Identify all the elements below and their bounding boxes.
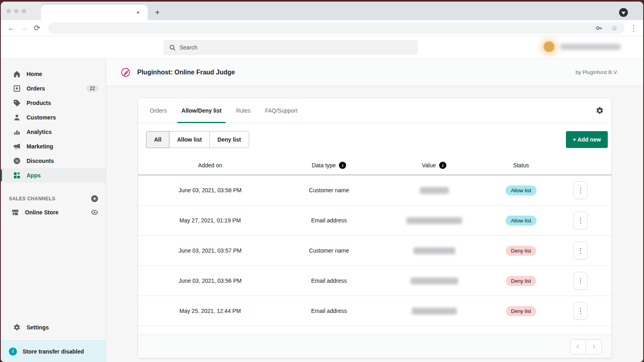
sidebar-item-label: Marketing [27, 143, 99, 150]
browser-profile-icon[interactable] [619, 8, 628, 17]
cell-added-on: May 27, 2021, 01:19 PM [146, 217, 274, 224]
cell-status: Deny list [485, 306, 558, 316]
sidebar-item-home[interactable]: Home [1, 67, 106, 81]
column-value: Valuei [384, 162, 485, 169]
cell-added-on: May 25, 2021, 12:44 PM [146, 308, 274, 314]
browser-tabstrip: × + [1, 2, 643, 20]
row-menu-button[interactable]: ⋮ [573, 212, 588, 229]
orders-icon [13, 84, 21, 93]
search-input[interactable] [180, 44, 412, 51]
sidebar-item-label: Products [27, 100, 99, 106]
row-menu-button[interactable]: ⋮ [573, 272, 588, 290]
tab-allow-deny-list[interactable]: Allow/Deny list [176, 98, 227, 123]
tag-icon [13, 99, 21, 107]
sidebar-item-customers[interactable]: Customers [1, 110, 106, 125]
filter-deny-list-button[interactable]: Deny list [209, 131, 249, 148]
column-added-on: Added on [146, 162, 274, 169]
sidebar-item-marketing[interactable]: Marketing [1, 139, 106, 154]
sidebar-item-online-store[interactable]: Online Store [1, 205, 106, 220]
chevron-left-icon [575, 343, 581, 350]
list-filter-segmented-control: All Allow list Deny list [146, 131, 249, 148]
column-status: Status [485, 162, 558, 169]
forward-icon[interactable]: → [18, 22, 31, 35]
cell-status: Deny list [485, 246, 558, 256]
cell-value-redacted [384, 217, 485, 224]
cell-status: Allow list [485, 216, 558, 226]
tabs-row: Orders Allow/Deny list Rules FAQ/Support [138, 98, 611, 123]
home-icon [13, 70, 21, 78]
url-input[interactable] [52, 25, 595, 31]
tab-rules[interactable]: Rules [231, 98, 256, 123]
tab-faq-support[interactable]: FAQ/Support [260, 98, 303, 123]
browser-menu-icon[interactable]: ⋮ [628, 24, 639, 33]
add-channel-icon[interactable] [91, 195, 99, 203]
cell-data-type: Email address [274, 308, 384, 314]
apps-icon [13, 171, 21, 179]
status-badge: Allow list [506, 216, 537, 226]
app-settings-button[interactable] [595, 106, 604, 115]
info-icon[interactable]: i [439, 162, 446, 169]
browser-tab[interactable]: × [41, 5, 148, 20]
account-menu[interactable] [543, 41, 621, 52]
sidebar-item-discounts[interactable]: Discounts [1, 154, 106, 168]
table-header: Added on Data typei Valuei Status [138, 156, 611, 175]
table-row: June 03, 2021, 03:57 PM Customer name De… [138, 236, 611, 266]
cell-value-redacted [384, 308, 485, 315]
main-content: Pluginhost: Online Fraud Judge by Plugin… [106, 59, 643, 362]
row-menu-button[interactable]: ⋮ [573, 302, 588, 320]
filter-allow-list-button[interactable]: Allow list [169, 131, 210, 148]
sidebar-item-orders[interactable]: Orders 22 [1, 81, 106, 96]
back-icon[interactable]: ← [5, 22, 18, 35]
pagination-next-button[interactable] [586, 339, 602, 354]
tab-orders[interactable]: Orders [144, 98, 172, 123]
column-data-type: Data typei [274, 162, 384, 169]
sidebar-item-label: Discounts [27, 158, 99, 164]
sidebar-item-label: Analytics [27, 129, 99, 135]
sidebar-item-analytics[interactable]: Analytics [1, 125, 106, 139]
row-menu-button[interactable]: ⋮ [573, 242, 588, 259]
browser-window: × + ← → ⟳ ☆ ⋮ [1, 2, 643, 362]
store-transfer-banner[interactable]: i Store transfer disabled [1, 340, 106, 362]
store-transfer-banner-text: Store transfer disabled [23, 348, 84, 355]
bar-chart-icon [13, 128, 21, 136]
orders-count-badge: 22 [86, 85, 99, 92]
table-row: May 27, 2021, 01:19 PM Email address All… [138, 206, 611, 236]
key-icon[interactable] [595, 25, 603, 32]
app-card: Orders Allow/Deny list Rules FAQ/Support… [138, 98, 611, 358]
sidebar-spacer [1, 220, 106, 320]
info-icon[interactable]: i [339, 162, 346, 169]
sidebar-item-settings[interactable]: Settings [1, 320, 106, 335]
sales-channels-heading: SALES CHANNELS [1, 192, 106, 205]
filter-all-button[interactable]: All [146, 131, 169, 148]
bookmark-star-icon[interactable]: ☆ [611, 24, 617, 32]
pagination-prev-button[interactable] [570, 339, 586, 354]
cell-added-on: June 03, 2021, 03:56 PM [146, 278, 274, 284]
table-row: June 03, 2021, 03:56 PM Email address De… [138, 266, 611, 296]
window-zoom-button[interactable] [22, 9, 26, 13]
window-minimize-button[interactable] [14, 9, 19, 13]
sidebar-item-label: Customers [27, 114, 99, 121]
tab-close-icon[interactable]: × [134, 8, 142, 16]
sidebar-item-label: Apps [27, 172, 99, 179]
global-search[interactable] [164, 40, 417, 55]
reload-icon[interactable]: ⟳ [31, 22, 43, 35]
new-tab-button[interactable]: + [152, 7, 163, 18]
window-controls [1, 2, 41, 20]
table-row: June 03, 2021, 03:58 PM Customer name Al… [138, 175, 611, 206]
discount-icon [13, 157, 21, 165]
page-title: Pluginhost: Online Fraud Judge [137, 69, 576, 76]
sidebar-item-products[interactable]: Products [1, 96, 106, 110]
row-menu-button[interactable]: ⋮ [573, 181, 588, 199]
pagination [570, 339, 602, 354]
cell-data-type: Customer name [274, 247, 384, 254]
chevron-down-icon [621, 12, 625, 14]
sidebar: Home Orders 22 Products Customers [1, 59, 106, 362]
cell-actions: ⋮ [557, 272, 603, 290]
window-close-button[interactable] [6, 9, 11, 13]
add-new-button[interactable]: + Add new [566, 131, 608, 148]
cell-data-type: Email address [274, 217, 384, 224]
sidebar-item-apps[interactable]: Apps [1, 168, 106, 183]
eye-icon[interactable] [91, 208, 99, 216]
address-bar[interactable]: ☆ [48, 23, 625, 34]
storefront-icon [11, 208, 19, 216]
